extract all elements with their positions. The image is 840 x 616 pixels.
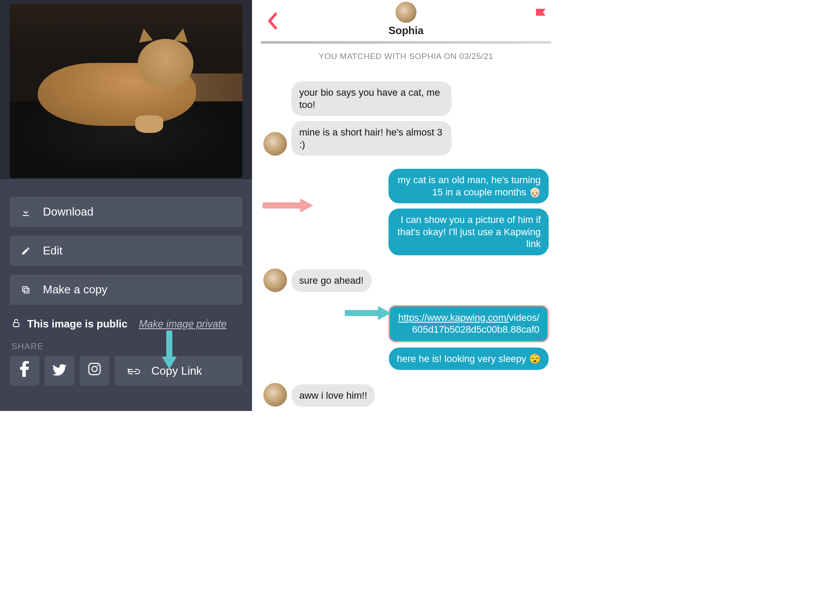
- copy-icon: [20, 284, 32, 296]
- annotation-arrow-teal-right: [345, 304, 391, 322]
- share-twitter-button[interactable]: [45, 356, 74, 386]
- link-text[interactable]: https://www.kapwing.com/: [398, 312, 509, 323]
- match-divider: [261, 41, 551, 44]
- download-button[interactable]: Download: [10, 197, 242, 227]
- svg-rect-0: [24, 288, 29, 293]
- back-button[interactable]: [267, 12, 278, 31]
- make-copy-label: Make a copy: [43, 283, 107, 296]
- twitter-icon: [52, 363, 66, 379]
- message-avatar[interactable]: [263, 383, 287, 407]
- header-avatar[interactable]: [396, 2, 416, 23]
- make-copy-button[interactable]: Make a copy: [10, 275, 242, 305]
- svg-marker-11: [378, 306, 391, 320]
- message-sent-link[interactable]: https://www.kapwing.com/videos/605d17b50…: [388, 305, 549, 342]
- message-sent[interactable]: my cat is an old man, he's turning 15 in…: [388, 169, 549, 203]
- header-name: Sophia: [388, 24, 424, 37]
- svg-point-5: [97, 365, 98, 366]
- match-banner: YOU MATCHED WITH SOPHIA ON 03/25/21: [261, 52, 551, 61]
- svg-marker-9: [162, 357, 177, 369]
- pencil-icon: [20, 245, 32, 257]
- svg-rect-1: [23, 286, 28, 291]
- svg-rect-3: [89, 363, 100, 375]
- facebook-icon: [20, 361, 29, 380]
- message-received[interactable]: sure go ahead!: [291, 269, 371, 292]
- privacy-row: This image is public Make image private: [10, 318, 242, 330]
- share-label: SHARE: [10, 341, 242, 352]
- download-icon: [20, 206, 32, 218]
- annotation-arrow-teal-down: [159, 331, 179, 369]
- chat-body: your bio says you have a cat, me too! mi…: [261, 81, 551, 407]
- report-flag-button[interactable]: [535, 8, 548, 26]
- svg-rect-2: [14, 323, 19, 327]
- message-received[interactable]: mine is a short hair! he's almost 3 :): [291, 121, 452, 156]
- annotation-arrow-pink: [262, 197, 313, 216]
- kapwing-share-panel: Download Edit Make a copy This image is …: [0, 0, 252, 411]
- share-instagram-button[interactable]: [80, 356, 109, 386]
- edit-button[interactable]: Edit: [10, 236, 242, 266]
- image-preview: [0, 0, 252, 179]
- chat-header: Sophia: [261, 0, 551, 39]
- message-sent[interactable]: I can show you a picture of him if that'…: [388, 209, 549, 255]
- message-received[interactable]: aww i love him!!: [291, 384, 375, 407]
- make-private-link[interactable]: Make image private: [139, 318, 227, 330]
- unlock-icon: [11, 318, 21, 330]
- download-label: Download: [43, 205, 94, 219]
- message-received[interactable]: your bio says you have a cat, me too!: [291, 81, 452, 116]
- privacy-status: This image is public: [27, 318, 127, 330]
- message-avatar[interactable]: [263, 268, 287, 292]
- message-sent[interactable]: here he is! looking very sleepy 😴: [389, 348, 549, 370]
- preview-image[interactable]: [10, 4, 242, 178]
- share-facebook-button[interactable]: [10, 356, 39, 386]
- svg-marker-7: [300, 198, 313, 212]
- link-icon: [128, 364, 140, 378]
- message-avatar[interactable]: [263, 132, 287, 156]
- edit-label: Edit: [43, 244, 63, 258]
- instagram-icon: [88, 362, 101, 379]
- svg-point-4: [92, 366, 97, 372]
